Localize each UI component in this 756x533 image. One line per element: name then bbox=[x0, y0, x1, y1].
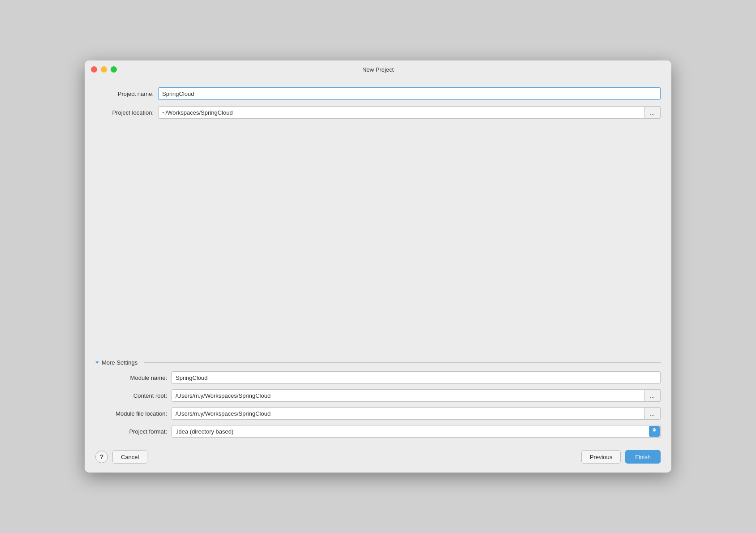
more-settings-header[interactable]: More Settings bbox=[95, 359, 661, 366]
more-settings-content: Module name: Content root: ... Module fi… bbox=[95, 371, 661, 438]
module-file-location-row: Module file location: ... bbox=[95, 407, 661, 420]
previous-button[interactable]: Previous bbox=[581, 450, 621, 464]
content-spacer bbox=[95, 125, 661, 359]
maximize-button[interactable] bbox=[111, 66, 117, 73]
more-settings-label: More Settings bbox=[102, 359, 137, 366]
main-content: Project name: Project location: ... More… bbox=[85, 78, 671, 443]
module-name-label: Module name: bbox=[95, 374, 172, 381]
new-project-window: New Project Project name: Project locati… bbox=[85, 60, 671, 473]
module-file-location-input-wrapper: ... bbox=[172, 407, 661, 420]
content-root-input[interactable] bbox=[172, 389, 644, 402]
content-root-input-wrapper: ... bbox=[172, 389, 661, 402]
help-button[interactable]: ? bbox=[95, 451, 108, 463]
project-format-row: Project format: .idea (directory based) … bbox=[95, 425, 661, 438]
window-title: New Project bbox=[362, 66, 394, 73]
module-file-location-label: Module file location: bbox=[95, 410, 172, 417]
content-root-browse-button[interactable]: ... bbox=[644, 389, 661, 402]
finish-button[interactable]: Finish bbox=[625, 450, 661, 464]
section-divider bbox=[144, 362, 661, 363]
expand-triangle-icon bbox=[95, 361, 99, 364]
footer-right: Previous Finish bbox=[581, 450, 661, 464]
close-button[interactable] bbox=[91, 66, 97, 73]
cancel-button[interactable]: Cancel bbox=[112, 450, 147, 464]
project-format-select-wrapper: .idea (directory based) .ipr (file based… bbox=[172, 425, 661, 438]
footer-left: ? Cancel bbox=[95, 450, 147, 464]
project-format-label: Project format: bbox=[95, 428, 172, 435]
project-location-browse-button[interactable]: ... bbox=[644, 106, 661, 119]
more-settings-section: More Settings Module name: Content root:… bbox=[95, 359, 661, 443]
project-location-row: Project location: ... bbox=[95, 106, 661, 119]
project-format-select[interactable]: .idea (directory based) .ipr (file based… bbox=[172, 425, 661, 438]
minimize-button[interactable] bbox=[101, 66, 107, 73]
module-name-input[interactable] bbox=[172, 371, 661, 384]
project-location-label: Project location: bbox=[95, 109, 158, 116]
module-file-location-input[interactable] bbox=[172, 407, 644, 420]
module-name-row: Module name: bbox=[95, 371, 661, 384]
module-file-location-browse-button[interactable]: ... bbox=[644, 407, 661, 420]
project-location-input[interactable] bbox=[158, 106, 644, 119]
footer: ? Cancel Previous Finish bbox=[85, 443, 671, 473]
project-name-row: Project name: bbox=[95, 87, 661, 100]
window-controls bbox=[91, 66, 117, 73]
project-name-label: Project name: bbox=[95, 90, 158, 97]
project-name-input[interactable] bbox=[158, 87, 661, 100]
content-root-label: Content root: bbox=[95, 392, 172, 399]
content-root-row: Content root: ... bbox=[95, 389, 661, 402]
project-location-input-wrapper: ... bbox=[158, 106, 661, 119]
titlebar: New Project bbox=[85, 60, 671, 78]
